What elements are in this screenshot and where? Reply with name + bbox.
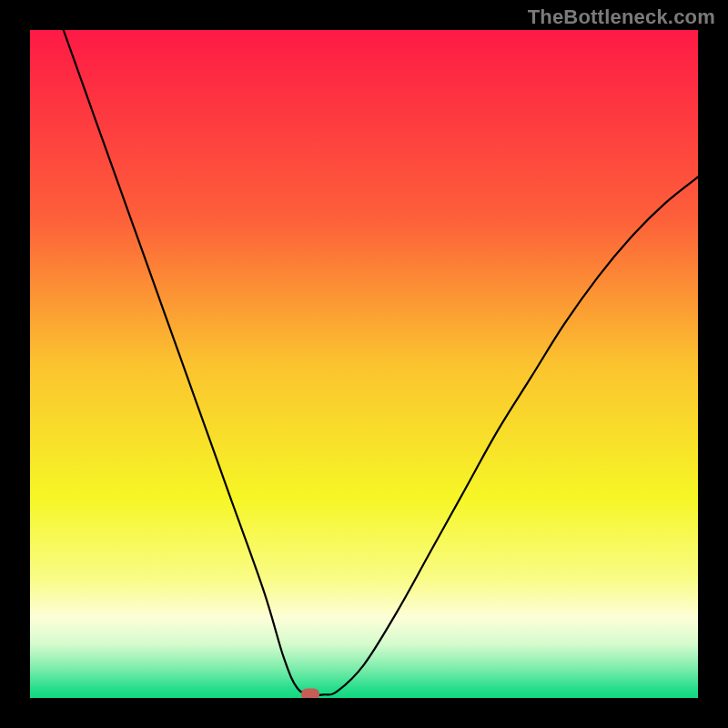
optimal-point-marker [301, 689, 319, 698]
watermark-text: TheBottleneck.com [528, 5, 715, 29]
gradient-background [30, 30, 698, 698]
chart-frame: TheBottleneck.com [0, 0, 728, 728]
plot-svg [30, 30, 698, 698]
plot-area [30, 30, 698, 698]
